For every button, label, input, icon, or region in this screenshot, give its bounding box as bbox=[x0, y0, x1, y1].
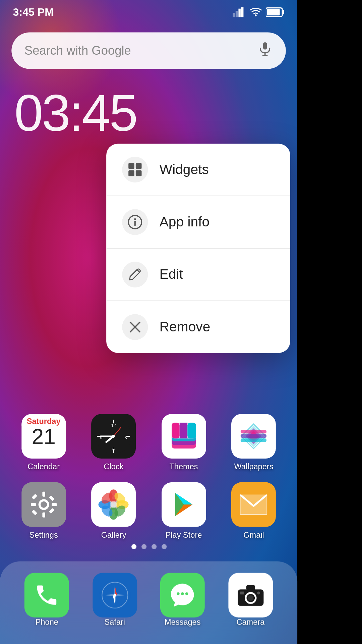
app-settings[interactable]: Settings bbox=[14, 482, 73, 539]
search-placeholder: Search with Google bbox=[24, 44, 131, 58]
dock-phone[interactable]: Phone bbox=[17, 573, 76, 626]
mic-icon[interactable] bbox=[257, 41, 273, 60]
calendar-date: 21 bbox=[32, 426, 56, 448]
svg-point-4 bbox=[255, 14, 257, 16]
search-bar[interactable]: Search with Google bbox=[11, 32, 286, 69]
gmail-icon bbox=[232, 482, 276, 527]
svg-point-85 bbox=[181, 592, 184, 595]
wallpapers-icon bbox=[232, 414, 276, 459]
app-calendar[interactable]: Saturday 21 Calendar bbox=[14, 414, 73, 471]
app-row-1: Saturday 21 Calendar 12 3 6 9 bbox=[9, 414, 289, 471]
svg-rect-53 bbox=[52, 503, 57, 506]
themes-label: Themes bbox=[169, 462, 198, 471]
playstore-icon bbox=[162, 482, 206, 527]
menu-item-remove[interactable]: Remove bbox=[106, 301, 290, 353]
svg-point-83 bbox=[113, 593, 116, 596]
messages-label: Messages bbox=[165, 617, 200, 626]
svg-rect-6 bbox=[283, 10, 284, 14]
safari-icon bbox=[93, 573, 137, 617]
svg-rect-12 bbox=[136, 163, 142, 169]
phone-label: Phone bbox=[36, 617, 58, 626]
camera-label: Camera bbox=[236, 617, 264, 626]
gallery-icon bbox=[92, 482, 136, 527]
svg-line-18 bbox=[137, 270, 140, 272]
svg-rect-46 bbox=[241, 430, 266, 433]
svg-rect-55 bbox=[32, 509, 37, 515]
battery-icon bbox=[266, 7, 285, 17]
gallery-label: Gallery bbox=[101, 530, 126, 539]
edit-label: Edit bbox=[160, 267, 183, 282]
calendar-icon: Saturday 21 bbox=[21, 414, 66, 459]
messages-icon bbox=[160, 573, 205, 617]
dock: Phone Safari bbox=[0, 561, 297, 644]
svg-point-84 bbox=[177, 592, 180, 595]
app-grid: Saturday 21 Calendar 12 3 6 9 bbox=[0, 414, 297, 550]
svg-rect-54 bbox=[32, 494, 37, 500]
gmail-label: Gmail bbox=[243, 530, 264, 539]
svg-rect-52 bbox=[31, 503, 36, 506]
svg-rect-88 bbox=[246, 585, 255, 590]
widgets-label: Widgets bbox=[160, 162, 209, 177]
svg-rect-7 bbox=[267, 9, 280, 15]
svg-rect-11 bbox=[128, 163, 134, 169]
edit-icon bbox=[122, 262, 148, 287]
clock-widget-time: 03:45 bbox=[14, 84, 137, 142]
dock-messages[interactable]: Messages bbox=[153, 573, 212, 626]
app-row-2: Settings Gallery bbox=[9, 482, 289, 539]
context-menu: Widgets App info Edit R bbox=[106, 144, 290, 353]
app-info-icon bbox=[122, 209, 148, 235]
svg-rect-45 bbox=[241, 434, 266, 438]
calendar-label: Calendar bbox=[27, 462, 60, 471]
svg-point-33 bbox=[112, 435, 115, 438]
safari-label: Safari bbox=[105, 617, 125, 626]
svg-point-48 bbox=[39, 500, 48, 509]
settings-icon bbox=[21, 482, 66, 527]
menu-item-app-info[interactable]: App info bbox=[106, 196, 290, 249]
remove-label: Remove bbox=[160, 319, 210, 335]
page-dot-1[interactable] bbox=[131, 544, 136, 549]
page-dot-3[interactable] bbox=[151, 544, 156, 549]
app-playstore[interactable]: Play Store bbox=[154, 482, 213, 539]
svg-rect-38 bbox=[172, 423, 180, 438]
svg-rect-1 bbox=[236, 10, 238, 17]
clock-icon: 12 3 6 9 bbox=[92, 414, 136, 459]
page-dots bbox=[0, 544, 297, 549]
svg-rect-50 bbox=[42, 492, 45, 497]
dock-safari[interactable]: Safari bbox=[85, 573, 144, 626]
app-gmail[interactable]: Gmail bbox=[224, 482, 283, 539]
svg-text:12: 12 bbox=[111, 423, 116, 428]
page-dot-4[interactable] bbox=[161, 544, 166, 549]
svg-rect-92 bbox=[240, 591, 244, 594]
menu-item-widgets[interactable]: Widgets bbox=[106, 144, 290, 196]
page-dot-2[interactable] bbox=[141, 544, 146, 549]
svg-point-86 bbox=[185, 592, 188, 595]
svg-point-90 bbox=[248, 595, 253, 600]
svg-rect-8 bbox=[263, 42, 267, 50]
svg-text:3: 3 bbox=[125, 435, 127, 440]
status-right bbox=[233, 7, 284, 17]
svg-rect-57 bbox=[49, 508, 54, 514]
svg-rect-2 bbox=[238, 8, 240, 17]
app-wallpapers[interactable]: Wallpapers bbox=[224, 414, 283, 471]
app-themes[interactable]: Themes bbox=[154, 414, 213, 471]
status-bar: 3:45 PM bbox=[0, 0, 297, 21]
app-info-label: App info bbox=[160, 214, 209, 230]
svg-point-17 bbox=[134, 218, 136, 220]
svg-rect-51 bbox=[42, 513, 45, 518]
svg-point-91 bbox=[257, 591, 260, 594]
calendar-day-name: Saturday bbox=[21, 414, 66, 426]
clock-label: Clock bbox=[104, 462, 124, 471]
svg-rect-14 bbox=[136, 170, 142, 176]
menu-item-edit[interactable]: Edit bbox=[106, 249, 290, 301]
themes-icon bbox=[162, 414, 206, 459]
widgets-icon bbox=[122, 157, 148, 182]
status-time: 3:45 PM bbox=[13, 6, 54, 18]
svg-rect-56 bbox=[49, 495, 54, 501]
clock-widget: 03:45 bbox=[14, 84, 297, 143]
dock-camera[interactable]: Camera bbox=[221, 573, 280, 626]
app-clock[interactable]: 12 3 6 9 Clock bbox=[84, 414, 143, 471]
playstore-label: Play Store bbox=[166, 530, 202, 539]
app-gallery[interactable]: Gallery bbox=[84, 482, 143, 539]
svg-point-67 bbox=[110, 501, 117, 508]
camera-icon bbox=[228, 573, 273, 617]
